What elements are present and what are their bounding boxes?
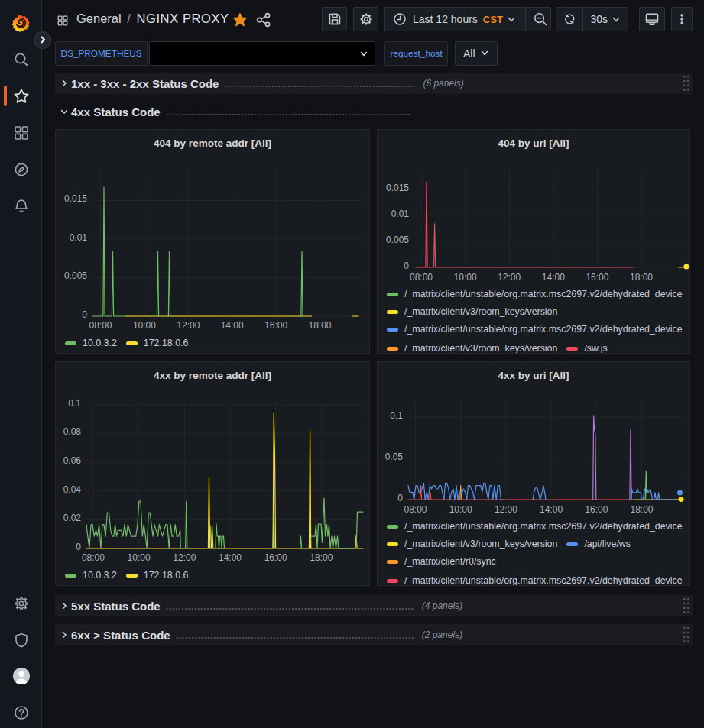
svg-text:0: 0 [82,309,87,320]
svg-text:14:00: 14:00 [540,504,563,515]
svg-text:12:00: 12:00 [498,272,521,283]
svg-text:08:00: 08:00 [404,504,427,515]
svg-text:08:00: 08:00 [82,552,105,563]
svg-text:0.04: 0.04 [63,484,82,495]
svg-text:0.005: 0.005 [386,235,409,245]
svg-text:10:00: 10:00 [449,504,472,515]
svg-text:10:00: 10:00 [454,272,477,283]
svg-text:0.06: 0.06 [63,455,82,466]
svg-text:08:00: 08:00 [410,272,433,283]
svg-text:0.01: 0.01 [70,232,88,243]
svg-text:0.02: 0.02 [63,513,82,523]
svg-text:14:00: 14:00 [221,320,244,331]
svg-text:10:00: 10:00 [133,320,156,331]
svg-text:0: 0 [397,493,403,503]
svg-text:08:00: 08:00 [89,320,112,331]
svg-text:10:00: 10:00 [128,552,151,563]
svg-text:0.08: 0.08 [63,426,82,437]
svg-text:18:00: 18:00 [630,272,653,283]
svg-text:0.1: 0.1 [68,398,81,409]
svg-text:0.01: 0.01 [391,209,410,219]
svg-text:18:00: 18:00 [310,552,333,563]
svg-text:0.005: 0.005 [64,270,87,281]
svg-text:0.1: 0.1 [390,410,403,421]
svg-text:0: 0 [76,542,81,552]
svg-text:12:00: 12:00 [173,552,196,563]
svg-text:12:00: 12:00 [495,504,517,515]
svg-text:16:00: 16:00 [585,504,608,515]
svg-text:0: 0 [404,260,409,271]
svg-text:0.015: 0.015 [386,183,409,193]
svg-text:16:00: 16:00 [586,272,608,283]
svg-text:0.015: 0.015 [64,193,87,204]
svg-text:18:00: 18:00 [630,504,653,515]
svg-text:14:00: 14:00 [542,272,565,283]
svg-text:14:00: 14:00 [219,552,242,563]
svg-text:16:00: 16:00 [264,320,287,331]
svg-text:12:00: 12:00 [177,320,200,331]
svg-text:0.05: 0.05 [385,451,404,462]
svg-text:18:00: 18:00 [308,320,331,331]
svg-text:16:00: 16:00 [264,552,287,563]
